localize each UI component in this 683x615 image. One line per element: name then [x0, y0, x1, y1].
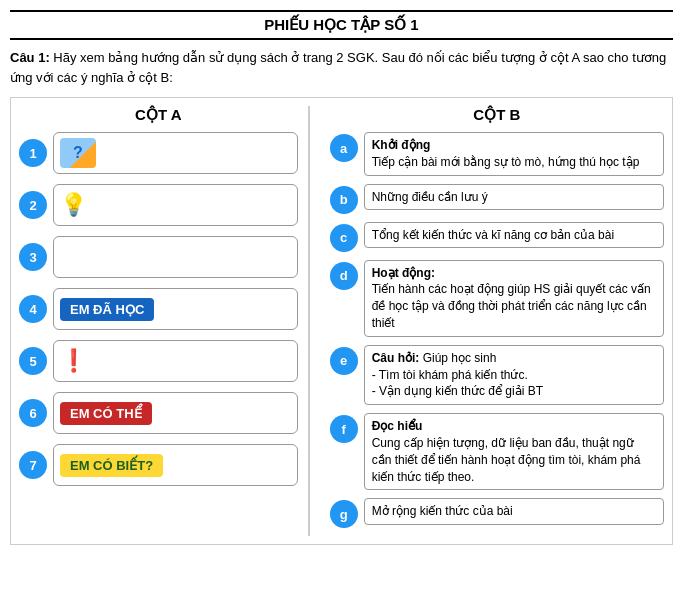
- box-b-f-text: Cung cấp hiện tượng, dữ liệu ban đầu, th…: [372, 436, 641, 484]
- col-a-row-3: 3: [19, 236, 298, 278]
- letter-circle-d: d: [330, 262, 358, 290]
- em-co-biet-label: EM CÓ BIẾT?: [60, 454, 163, 477]
- num-circle-3: 3: [19, 243, 47, 271]
- letter-circle-f: f: [330, 415, 358, 443]
- col-a-row-6: 6 EM CÓ THỂ: [19, 392, 298, 434]
- box-b-f-bold: Đọc hiểu: [372, 419, 423, 433]
- question-icon: ?: [60, 138, 96, 168]
- exclaim-icon: ❗: [60, 348, 87, 374]
- box-a-1: ?: [53, 132, 298, 174]
- col-a-row-7: 7 EM CÓ BIẾT?: [19, 444, 298, 486]
- num-circle-5: 5: [19, 347, 47, 375]
- em-da-hoc-label: EM ĐÃ HỌC: [60, 298, 154, 321]
- num-circle-2: 2: [19, 191, 47, 219]
- letter-circle-e: e: [330, 347, 358, 375]
- col-b-row-a: a Khởi động Tiếp cận bài mới bằng sự tò …: [330, 132, 664, 176]
- box-b-a-bold: Khởi động: [372, 138, 431, 152]
- box-b-e-bold: Câu hỏi:: [372, 351, 420, 365]
- question-label: Câu 1:: [10, 50, 50, 65]
- box-b-d-bold: Hoạt động:: [372, 266, 435, 280]
- columns-wrapper: CỘT A 1 ? 2 💡 3 4 EM ĐÃ HỌC: [10, 97, 673, 545]
- box-b-d-text: Tiến hành các hoạt động giúp HS giải quy…: [372, 282, 651, 330]
- em-co-the-label: EM CÓ THỂ: [60, 402, 152, 425]
- col-a-row-2: 2 💡: [19, 184, 298, 226]
- box-a-3: [53, 236, 298, 278]
- box-b-g-text: Mở rộng kiến thức của bài: [372, 504, 513, 518]
- col-b-row-e: e Câu hỏi: Giúp học sinh - Tìm tòi khám …: [330, 345, 664, 405]
- box-a-5: ❗: [53, 340, 298, 382]
- box-b-a: Khởi động Tiếp cận bài mới bằng sự tò mò…: [364, 132, 664, 176]
- box-b-c: Tổng kết kiến thức và kĩ năng cơ bản của…: [364, 222, 664, 249]
- col-b-row-d: d Hoạt động: Tiến hành các hoạt động giú…: [330, 260, 664, 337]
- box-b-c-text: Tổng kết kiến thức và kĩ năng cơ bản của…: [372, 228, 614, 242]
- box-b-e: Câu hỏi: Giúp học sinh - Tìm tòi khám ph…: [364, 345, 664, 405]
- box-b-d: Hoạt động: Tiến hành các hoạt động giúp …: [364, 260, 664, 337]
- col-b-row-b: b Những điều cần lưu ý: [330, 184, 664, 214]
- box-b-a-text: Tiếp cận bài mới bằng sự tò mò, hứng thú…: [372, 155, 640, 169]
- question-text: Câu 1: Hãy xem bảng hướng dẫn sử dụng sá…: [10, 48, 673, 87]
- box-a-2: 💡: [53, 184, 298, 226]
- num-circle-4: 4: [19, 295, 47, 323]
- num-circle-7: 7: [19, 451, 47, 479]
- col-b-row-c: c Tổng kết kiến thức và kĩ năng cơ bản c…: [330, 222, 664, 252]
- letter-circle-c: c: [330, 224, 358, 252]
- box-a-4: EM ĐÃ HỌC: [53, 288, 298, 330]
- question-body: Hãy xem bảng hướng dẫn sử dụng sách ở tr…: [10, 50, 666, 85]
- col-a: CỘT A 1 ? 2 💡 3 4 EM ĐÃ HỌC: [19, 106, 310, 536]
- col-b-header: CỘT B: [330, 106, 664, 124]
- col-b-row-f: f Đọc hiểu Cung cấp hiện tượng, dữ liệu …: [330, 413, 664, 490]
- box-b-b-text: Những điều cần lưu ý: [372, 190, 488, 204]
- box-b-b: Những điều cần lưu ý: [364, 184, 664, 211]
- letter-circle-a: a: [330, 134, 358, 162]
- page-title: PHIẾU HỌC TẬP SỐ 1: [10, 10, 673, 40]
- col-a-row-4: 4 EM ĐÃ HỌC: [19, 288, 298, 330]
- col-a-header: CỘT A: [19, 106, 298, 124]
- num-circle-1: 1: [19, 139, 47, 167]
- col-b-row-g: g Mở rộng kiến thức của bài: [330, 498, 664, 528]
- box-b-f: Đọc hiểu Cung cấp hiện tượng, dữ liệu ba…: [364, 413, 664, 490]
- num-circle-6: 6: [19, 399, 47, 427]
- letter-circle-g: g: [330, 500, 358, 528]
- box-a-6: EM CÓ THỂ: [53, 392, 298, 434]
- box-b-g: Mở rộng kiến thức của bài: [364, 498, 664, 525]
- col-b: CỘT B a Khởi động Tiếp cận bài mới bằng …: [320, 106, 664, 536]
- bulb-icon: 💡: [60, 192, 87, 218]
- letter-circle-b: b: [330, 186, 358, 214]
- col-a-row-5: 5 ❗: [19, 340, 298, 382]
- box-a-7: EM CÓ BIẾT?: [53, 444, 298, 486]
- col-a-row-1: 1 ?: [19, 132, 298, 174]
